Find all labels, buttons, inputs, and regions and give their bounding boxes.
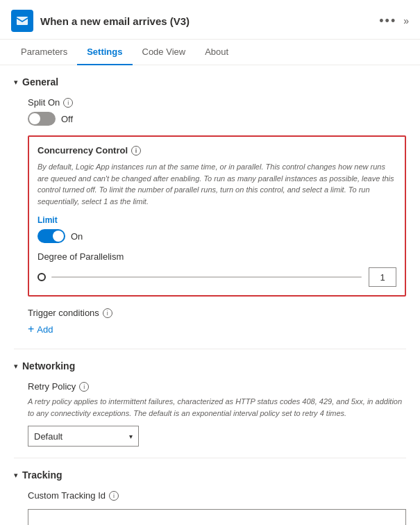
split-on-toggle-label: Off xyxy=(61,114,73,124)
concurrency-toggle[interactable] xyxy=(37,229,65,243)
header: When a new email arrives (V3) ••• » xyxy=(0,0,420,40)
tab-code-view[interactable]: Code View xyxy=(133,40,196,65)
custom-tracking-id-field: Custom Tracking Id i xyxy=(28,490,406,525)
retry-policy-label: Retry Policy i xyxy=(28,381,406,392)
section-divider-1 xyxy=(14,349,406,349)
trigger-conditions-info-icon[interactable]: i xyxy=(103,308,112,318)
tab-settings[interactable]: Settings xyxy=(77,40,132,65)
split-on-toggle-thumb xyxy=(29,113,40,124)
concurrency-toggle-track[interactable] xyxy=(37,229,65,243)
general-section-title: General xyxy=(22,76,58,88)
concurrency-info-icon[interactable]: i xyxy=(131,146,141,156)
retry-policy-dropdown[interactable]: Default ▾ xyxy=(28,426,139,447)
header-actions: ••• » xyxy=(379,14,409,28)
parallelism-slider-row: 1 xyxy=(37,267,396,287)
slider-track xyxy=(51,276,362,278)
dropdown-arrow-icon: ▾ xyxy=(129,433,133,440)
tabs-bar: Parameters Settings Code View About xyxy=(0,40,420,65)
concurrency-control-title: Concurrency Control i xyxy=(37,145,396,156)
tracking-section-title: Tracking xyxy=(22,469,62,481)
tab-parameters[interactable]: Parameters xyxy=(11,40,77,65)
trigger-conditions-label: Trigger conditions i xyxy=(28,308,406,318)
concurrency-toggle-label: On xyxy=(71,231,83,242)
custom-tracking-id-input[interactable] xyxy=(28,509,406,525)
networking-section-header[interactable]: ▾ Networking xyxy=(14,360,406,372)
custom-tracking-id-info-icon[interactable]: i xyxy=(109,491,119,501)
retry-policy-description: A retry policy applies to intermittent f… xyxy=(28,396,406,419)
tracking-section-header[interactable]: ▾ Tracking xyxy=(14,469,406,481)
slider-thumb-icon xyxy=(37,273,46,281)
split-on-field: Split On i Off xyxy=(28,97,406,126)
limit-label: Limit xyxy=(37,215,396,225)
parallelism-value[interactable]: 1 xyxy=(369,267,396,287)
concurrency-control-box: Concurrency Control i By default, Logic … xyxy=(28,135,406,297)
split-on-toggle[interactable] xyxy=(28,112,56,126)
general-chevron-icon: ▾ xyxy=(14,78,18,87)
general-section-header[interactable]: ▾ General xyxy=(14,76,406,88)
split-on-toggle-track[interactable] xyxy=(28,112,56,126)
networking-section-title: Networking xyxy=(22,360,75,372)
parallelism-slider[interactable] xyxy=(37,273,362,281)
tracking-chevron-icon: ▾ xyxy=(14,471,18,480)
app-icon xyxy=(11,10,33,32)
concurrency-toggle-wrapper: On xyxy=(37,229,396,243)
svg-rect-0 xyxy=(17,17,28,25)
collapse-button[interactable]: » xyxy=(403,15,409,26)
add-trigger-condition-button[interactable]: + Add xyxy=(28,324,53,335)
more-options-button[interactable]: ••• xyxy=(379,14,396,28)
trigger-conditions-field: Trigger conditions i + Add xyxy=(28,308,406,335)
split-on-label: Split On i xyxy=(28,97,406,108)
section-divider-2 xyxy=(14,458,406,458)
concurrency-toggle-thumb xyxy=(53,231,64,242)
add-plus-icon: + xyxy=(28,324,34,335)
networking-chevron-icon: ▾ xyxy=(14,362,18,371)
custom-tracking-id-label: Custom Tracking Id i xyxy=(28,490,406,501)
concurrency-description: By default, Logic App instances run at t… xyxy=(37,161,396,207)
retry-policy-selected: Default xyxy=(34,431,62,442)
split-on-toggle-wrapper: Off xyxy=(28,112,406,126)
retry-policy-info-icon[interactable]: i xyxy=(79,382,89,392)
split-on-info-icon[interactable]: i xyxy=(63,98,73,108)
degree-of-parallelism-label: Degree of Parallelism xyxy=(37,251,396,262)
tab-about[interactable]: About xyxy=(195,40,238,65)
settings-content: ▾ General Split On i Off Concurrency Con… xyxy=(0,65,420,525)
header-title: When a new email arrives (V3) xyxy=(40,15,379,27)
retry-policy-field: Retry Policy i A retry policy applies to… xyxy=(28,381,406,447)
